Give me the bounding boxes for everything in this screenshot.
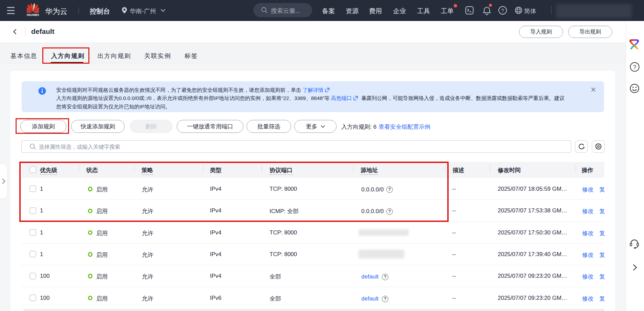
svg-text:?: ? (501, 8, 504, 13)
svg-text:?: ? (633, 64, 636, 70)
